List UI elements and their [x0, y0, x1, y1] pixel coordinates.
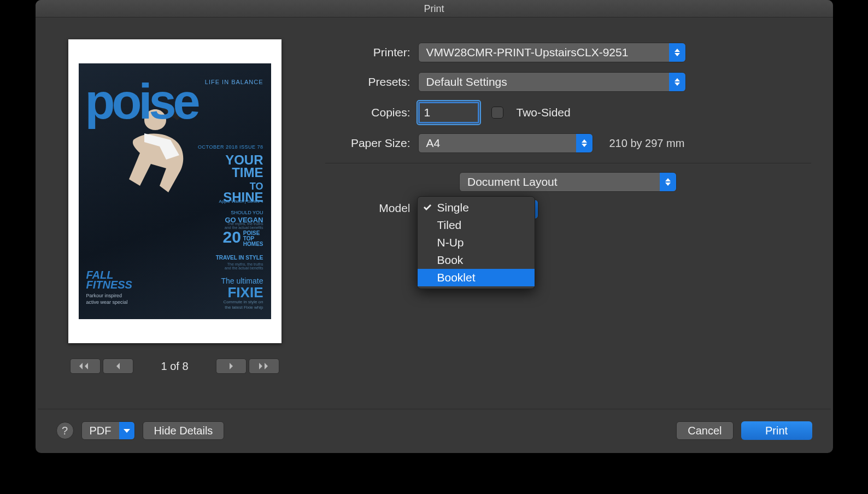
- mag-issue: OCTOBER 2018 ISSUE 78: [198, 144, 263, 150]
- model-option-book[interactable]: Book: [418, 251, 535, 269]
- presets-value: Default Settings: [426, 75, 507, 89]
- printer-select[interactable]: VMW28CMR-PRINT-UpstairsCLX-9251: [418, 43, 686, 62]
- model-option-single[interactable]: Single: [418, 199, 535, 216]
- last-page-button[interactable]: [249, 358, 279, 374]
- print-button[interactable]: Print: [741, 421, 812, 440]
- section-divider: [325, 163, 811, 163]
- dialog-footer: ? PDF Hide Details Cancel Print: [38, 409, 831, 453]
- copies-label: Copies:: [325, 106, 410, 119]
- prev-page-button[interactable]: [103, 358, 133, 374]
- printer-label: Printer:: [325, 46, 410, 59]
- model-label: Model: [325, 199, 410, 215]
- preview-page: LIFE IN BALANCE poise OCTOBER 2018 ISSUE…: [68, 39, 281, 343]
- window-title: Print: [36, 0, 833, 17]
- print-options: Printer: VMW28CMR-PRINT-UpstairsCLX-9251…: [325, 39, 811, 374]
- mag-tagline: LIFE IN BALANCE: [205, 79, 263, 85]
- updown-icon: [669, 43, 685, 62]
- model-option-nup[interactable]: N-Up: [418, 234, 535, 251]
- updown-icon: [669, 73, 685, 91]
- cancel-button[interactable]: Cancel: [676, 421, 733, 440]
- updown-icon: [660, 173, 676, 191]
- model-option-tiled[interactable]: Tiled: [418, 216, 535, 234]
- pdf-menu-button[interactable]: PDF: [81, 421, 135, 440]
- preview-pane: LIFE IN BALANCE poise OCTOBER 2018 ISSUE…: [57, 39, 292, 374]
- mag-brand: poise: [85, 82, 197, 121]
- chevron-down-icon: [119, 422, 134, 439]
- hide-details-button[interactable]: Hide Details: [143, 421, 225, 440]
- papersize-dimensions: 210 by 297 mm: [609, 137, 685, 150]
- papersize-value: A4: [426, 137, 441, 150]
- next-page-button[interactable]: [216, 358, 247, 374]
- print-dialog: Print LIFE IN BALANCE poise OCTOBER 2018…: [36, 0, 833, 453]
- question-icon: ?: [62, 425, 68, 437]
- preview-pager: 1 of 8: [57, 358, 292, 374]
- twosided-checkbox[interactable]: [491, 107, 503, 119]
- model-option-booklet[interactable]: Booklet: [418, 269, 535, 286]
- twosided-label: Two-Sided: [517, 106, 571, 119]
- presets-select[interactable]: Default Settings: [418, 72, 686, 92]
- copies-input[interactable]: [418, 102, 479, 124]
- help-button[interactable]: ?: [56, 422, 74, 439]
- mag-sub-watch: Apple Watch | Series 4: [219, 199, 263, 204]
- check-icon: [423, 203, 432, 212]
- presets-label: Presets:: [325, 75, 410, 89]
- papersize-select[interactable]: A4: [418, 133, 593, 153]
- page-indicator: 1 of 8: [161, 360, 188, 373]
- magazine-cover: LIFE IN BALANCE poise OCTOBER 2018 ISSUE…: [79, 63, 271, 319]
- mag-headline: YOUR TIME TO SHINE: [223, 154, 263, 204]
- first-page-button[interactable]: [70, 358, 101, 374]
- section-select[interactable]: Document Layout: [459, 172, 677, 192]
- updown-icon: [576, 134, 593, 152]
- papersize-label: Paper Size:: [325, 137, 410, 150]
- printer-value: VMW28CMR-PRINT-UpstairsCLX-9251: [426, 46, 629, 59]
- model-popup-menu: Single Tiled N-Up Book Booklet: [417, 196, 535, 289]
- section-value: Document Layout: [467, 175, 558, 189]
